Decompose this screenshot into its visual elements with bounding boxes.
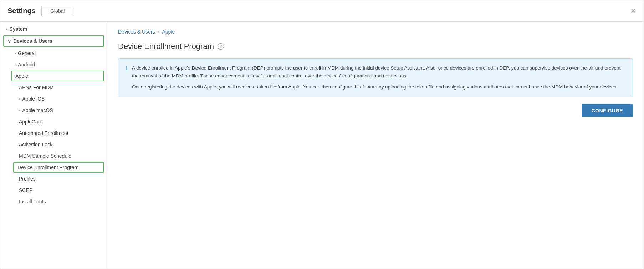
sidebar-item-dep[interactable]: Device Enrollment Program bbox=[13, 162, 104, 173]
close-button[interactable]: ✕ bbox=[630, 7, 637, 15]
chevron-down-icon: ∨ bbox=[7, 38, 11, 44]
info-circle-icon: ℹ bbox=[126, 65, 128, 91]
chevron-right-icon: › bbox=[19, 97, 20, 101]
global-button[interactable]: Global bbox=[41, 6, 73, 16]
sidebar-item-android[interactable]: › Android bbox=[0, 59, 107, 70]
info-paragraph-1: A device enrolled in Apple's Device Enro… bbox=[132, 64, 625, 80]
breadcrumb-devices-users[interactable]: Devices & Users bbox=[118, 29, 155, 35]
chevron-right-icon: › bbox=[15, 51, 16, 55]
info-paragraph-2: Once registering the devices with Apple,… bbox=[132, 83, 625, 91]
sidebar-item-devices-users[interactable]: ∨ Devices & Users bbox=[3, 35, 104, 47]
sidebar-item-mdm-sample[interactable]: MDM Sample Schedule bbox=[0, 150, 107, 162]
sidebar-item-system[interactable]: › System bbox=[0, 23, 107, 35]
main-content: Devices & Users › Apple Device Enrollmen… bbox=[107, 22, 644, 269]
help-icon[interactable]: ? bbox=[218, 43, 224, 50]
settings-title: Settings bbox=[7, 7, 36, 15]
sidebar-item-apple-ios[interactable]: › Apple iOS bbox=[0, 93, 107, 105]
configure-button[interactable]: CONFIGURE bbox=[582, 104, 633, 117]
page-title-text: Device Enrollment Program bbox=[118, 42, 214, 51]
header: Settings Global ✕ bbox=[0, 0, 644, 22]
breadcrumb-separator: › bbox=[158, 29, 159, 34]
page-title-container: Device Enrollment Program ? bbox=[118, 42, 633, 51]
sidebar-item-general[interactable]: › General bbox=[0, 47, 107, 59]
body-layout: › System ∨ Devices & Users › General › A… bbox=[0, 22, 644, 269]
info-text-container: A device enrolled in Apple's Device Enro… bbox=[132, 64, 625, 91]
sidebar-item-activation-lock[interactable]: Activation Lock bbox=[0, 139, 107, 150]
sidebar-item-scep[interactable]: SCEP bbox=[0, 184, 107, 196]
sidebar-item-apns[interactable]: APNs For MDM bbox=[0, 82, 107, 93]
sidebar-item-apple-macos[interactable]: › Apple macOS bbox=[0, 105, 107, 116]
sidebar-item-applecare[interactable]: AppleCare bbox=[0, 116, 107, 127]
sidebar: › System ∨ Devices & Users › General › A… bbox=[0, 22, 107, 269]
breadcrumb: Devices & Users › Apple bbox=[118, 29, 633, 35]
chevron-right-icon: › bbox=[19, 108, 20, 112]
chevron-right-icon: › bbox=[15, 63, 16, 67]
sidebar-item-apple[interactable]: Apple bbox=[11, 71, 104, 81]
chevron-right-icon: › bbox=[6, 27, 7, 31]
breadcrumb-apple[interactable]: Apple bbox=[162, 29, 175, 35]
header-left: Settings Global bbox=[7, 6, 73, 16]
sidebar-item-automated-enrollment[interactable]: Automated Enrollment bbox=[0, 127, 107, 139]
info-box: ℹ A device enrolled in Apple's Device En… bbox=[118, 58, 633, 97]
sidebar-item-profiles[interactable]: Profiles bbox=[0, 173, 107, 184]
sidebar-item-install-fonts[interactable]: Install Fonts bbox=[0, 196, 107, 207]
